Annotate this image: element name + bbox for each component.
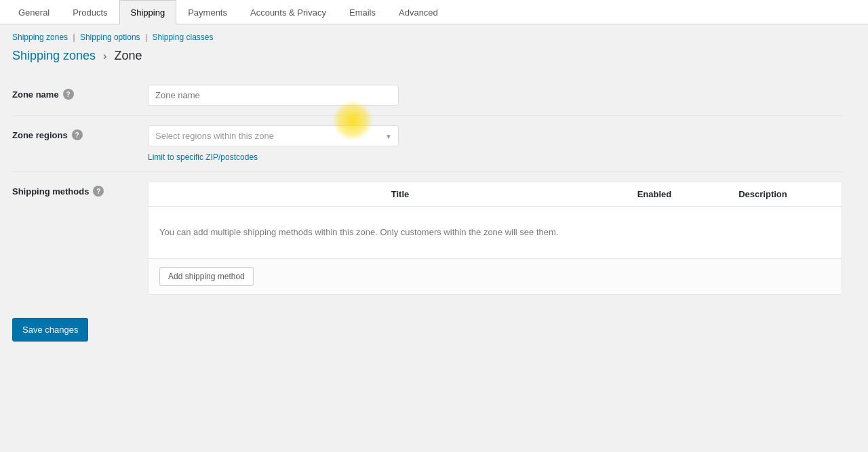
zone-name-field-col — [148, 85, 842, 106]
shipping-methods-table: Title Enabled Description You can add mu… — [148, 182, 842, 295]
zone-regions-help-icon[interactable]: ? — [72, 129, 83, 140]
limit-link-wrapper: Limit to specific ZIP/postcodes — [148, 152, 842, 162]
page-wrapper: General Products Shipping Payments Accou… — [0, 0, 868, 342]
zone-regions-label-col: Zone regions ? — [12, 125, 148, 140]
zone-name-label-col: Zone name ? — [12, 85, 148, 100]
nav-tabs: General Products Shipping Payments Accou… — [0, 0, 868, 24]
table-footer: Add shipping method — [149, 258, 842, 294]
tab-emails[interactable]: Emails — [338, 0, 387, 24]
breadcrumb-sep-1: | — [73, 33, 75, 42]
shipping-methods-help-icon[interactable]: ? — [93, 186, 104, 197]
add-shipping-method-button[interactable]: Add shipping method — [159, 267, 254, 286]
zone-name-row: Zone name ? — [12, 75, 842, 115]
col-title-header: Title — [186, 189, 614, 199]
zone-regions-field-col: Select regions within this zone ▼ Limit … — [148, 125, 842, 162]
zone-name-input[interactable] — [148, 85, 399, 106]
breadcrumb-link-zones[interactable]: Shipping zones — [12, 33, 68, 42]
zone-regions-select[interactable]: Select regions within this zone — [148, 125, 399, 146]
tab-payments[interactable]: Payments — [176, 0, 239, 24]
col-description-header: Description — [695, 189, 831, 199]
limit-zip-link[interactable]: Limit to specific ZIP/postcodes — [148, 152, 258, 162]
col-enabled-header: Enabled — [614, 189, 695, 199]
tab-general[interactable]: General — [7, 0, 61, 24]
breadcrumb-link-classes[interactable]: Shipping classes — [152, 33, 213, 42]
zone-regions-row: Zone regions ? Select regions within thi… — [12, 115, 842, 171]
save-changes-button[interactable]: Save changes — [12, 318, 88, 342]
table-header: Title Enabled Description — [149, 182, 842, 207]
shipping-methods-row: Shipping methods ? Title Enabled Descrip… — [12, 171, 842, 304]
page-heading-arrow: › — [103, 50, 106, 62]
tab-advanced[interactable]: Advanced — [387, 0, 450, 24]
zone-regions-label: Zone regions — [12, 130, 68, 140]
page-heading-current: Zone — [114, 49, 142, 62]
tab-shipping[interactable]: Shipping — [119, 0, 177, 24]
tab-products[interactable]: Products — [61, 0, 119, 24]
breadcrumb-sep-2: | — [145, 33, 147, 42]
table-empty-message: You can add multiple shipping methods wi… — [149, 207, 842, 258]
zone-name-help-icon[interactable]: ? — [63, 89, 74, 100]
shipping-methods-label: Shipping methods — [12, 186, 89, 197]
col-icon-header — [159, 189, 186, 199]
breadcrumb-link-options[interactable]: Shipping options — [80, 33, 140, 42]
regions-select-wrapper: Select regions within this zone ▼ — [148, 125, 399, 146]
shipping-methods-field-col: Title Enabled Description You can add mu… — [148, 182, 842, 295]
page-heading-link[interactable]: Shipping zones — [12, 49, 96, 62]
shipping-methods-label-col: Shipping methods ? — [12, 182, 148, 197]
breadcrumb: Shipping zones | Shipping options | Ship… — [0, 24, 868, 46]
main-content: Zone name ? Zone regions ? Select region… — [0, 75, 854, 342]
zone-name-label: Zone name — [12, 89, 59, 100]
tab-accounts-privacy[interactable]: Accounts & Privacy — [239, 0, 338, 24]
page-heading: Shipping zones › Zone — [0, 46, 868, 75]
